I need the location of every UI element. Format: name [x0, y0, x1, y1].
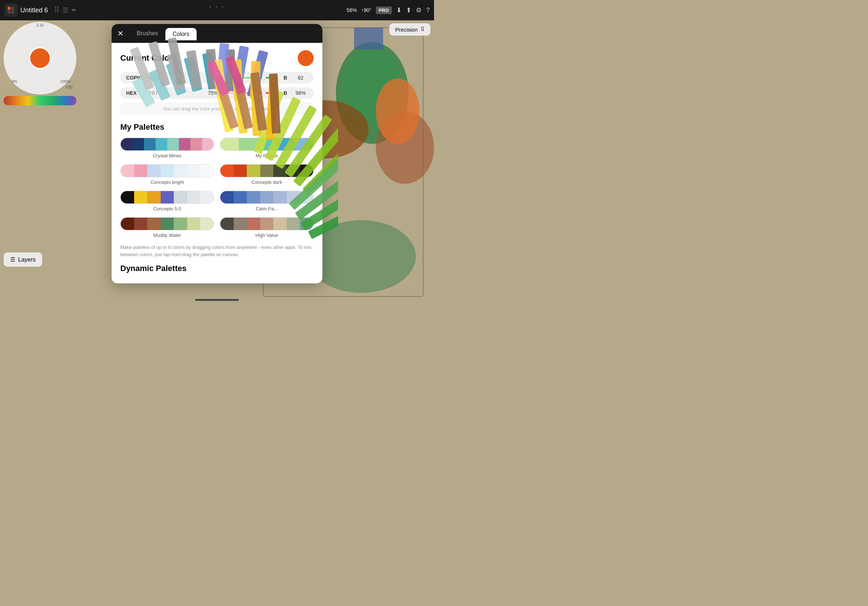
- swatch-color: [300, 191, 313, 204]
- download-icon[interactable]: ⬇: [396, 6, 401, 14]
- svg-point-8: [307, 220, 416, 293]
- palette-name: Calm Pa...: [256, 206, 278, 212]
- swatch-color: [121, 191, 134, 204]
- swatch-color: [220, 218, 234, 230]
- swatch-color: [234, 191, 247, 204]
- copic-slider-thumb: [262, 76, 266, 80]
- swatch-color: [200, 191, 214, 204]
- swatch-color: [147, 218, 161, 230]
- swatch-color: [134, 165, 147, 177]
- home-indicator: [195, 299, 239, 301]
- swatch-color: [234, 165, 247, 177]
- palette-swatch: [220, 138, 314, 151]
- copic-input-row[interactable]: COPIC N/A 115 B 62: [120, 72, 314, 83]
- swatch-color: [179, 138, 191, 150]
- svg-rect-9: [8, 7, 11, 10]
- svg-rect-12: [11, 11, 14, 14]
- palette-item[interactable]: Concepts bright: [120, 164, 214, 185]
- swatch-color: [134, 218, 147, 230]
- swatch-color: [276, 138, 295, 150]
- swatch-color: [167, 138, 179, 150]
- swatch-color: [220, 165, 234, 177]
- layers-icon: ☰: [10, 256, 15, 263]
- palette-item[interactable]: Concepts dark: [220, 164, 314, 185]
- hex-slider-red[interactable]: [225, 92, 277, 94]
- palette-swatch: [120, 164, 214, 177]
- hex-letter: B: [282, 90, 289, 96]
- palette-name: High Value: [256, 232, 278, 238]
- palette-name: Concepts 5.0: [153, 206, 181, 212]
- left-toolbar: 2.16 0% 100% 6'85: [4, 22, 76, 94]
- share-icon[interactable]: ⬆: [406, 6, 411, 14]
- swatch-color: [287, 165, 300, 177]
- swatch-color: [247, 191, 260, 204]
- swatch-color: [147, 165, 161, 177]
- settings-icon[interactable]: ⚙: [416, 6, 422, 14]
- palette-swatch: [220, 217, 314, 230]
- swatch-color: [121, 165, 134, 177]
- layers-button[interactable]: ☰ Layers: [4, 252, 42, 267]
- palette-name: Concepts dark: [251, 179, 282, 185]
- swatch-color: [121, 138, 132, 150]
- swatch-color: [121, 218, 134, 230]
- hex-pct1: 75%: [206, 90, 220, 96]
- top-bar-left: Untitled 6 ⠿ ☰ ✒: [5, 4, 77, 17]
- swatch-color: [187, 165, 201, 177]
- menu-icon[interactable]: ☰: [62, 6, 68, 14]
- swatch-color: [200, 165, 214, 177]
- swatch-color: [156, 138, 167, 150]
- palette-name: My Palette: [256, 153, 278, 158]
- swatch-color: [220, 191, 234, 204]
- radial-menu[interactable]: 2.16 0% 100% 6'85: [4, 22, 76, 94]
- swatch-color: [174, 191, 187, 204]
- swatch-color: [247, 165, 260, 177]
- swatch-color: [174, 165, 187, 177]
- color-palette-strip[interactable]: [4, 96, 76, 105]
- help-icon[interactable]: ?: [426, 6, 429, 14]
- palette-item[interactable]: Muddy Water: [120, 217, 214, 238]
- swatch-color: [287, 218, 300, 230]
- precision-grid-icon: ⠿: [420, 26, 425, 33]
- palette-hint: Make palettes of up to 8 colors by dragg…: [120, 244, 314, 258]
- palette-item[interactable]: Concepts 5.0: [120, 191, 214, 212]
- precision-button[interactable]: Precision ⠿: [389, 23, 430, 36]
- copic-slider-green[interactable]: [225, 77, 277, 79]
- palettes-grid: Crystal MinesMy PaletteConcepts brightCo…: [120, 138, 314, 238]
- colors-modal[interactable]: ✕ Brushes Colors Current Color COPIC N/A…: [112, 24, 322, 283]
- swatch-color: [273, 218, 287, 230]
- swatch-color: [234, 218, 247, 230]
- close-button[interactable]: ✕: [118, 29, 124, 38]
- svg-rect-7: [354, 28, 383, 49]
- palette-item[interactable]: Calm Pa...: [220, 191, 314, 212]
- current-color-preview[interactable]: [298, 50, 314, 66]
- layers-label: Layers: [18, 257, 36, 263]
- hex-input-row[interactable]: HEX FB7... 75% B 98%: [120, 87, 314, 99]
- tab-brushes[interactable]: Brushes: [129, 27, 165, 40]
- swatch-color: [132, 138, 144, 150]
- palette-item[interactable]: Crystal Mines: [120, 138, 214, 158]
- palette-item[interactable]: My Palette: [220, 138, 314, 158]
- palette-name: Concepts bright: [150, 179, 184, 185]
- swatch-color: [144, 138, 156, 150]
- swatch-color: [220, 138, 239, 150]
- swatch-color: [257, 138, 276, 150]
- grid-icon[interactable]: ⠿: [54, 5, 60, 15]
- app-icon[interactable]: [5, 4, 17, 17]
- zoom-level: 56%: [347, 7, 357, 13]
- copic-letter: B: [282, 75, 289, 80]
- palette-swatch: [220, 191, 314, 204]
- swatch-color: [200, 218, 214, 230]
- swatch-color: [239, 138, 257, 150]
- swatch-color: [134, 191, 147, 204]
- radial-size: 100%: [60, 79, 71, 83]
- modal-header: ✕ Brushes Colors: [112, 24, 322, 43]
- brush-icon[interactable]: ✒: [71, 6, 77, 14]
- swatch-color: [187, 218, 201, 230]
- palette-item[interactable]: High Value: [220, 217, 314, 238]
- tab-colors[interactable]: Colors: [165, 28, 197, 40]
- three-dots: · · ·: [209, 2, 225, 11]
- top-bar-right: 56% ↑90° PRO ⬇ ⬆ ⚙ ?: [347, 6, 429, 14]
- my-palettes-title: My Palettes: [120, 122, 314, 132]
- swatch-color: [273, 191, 287, 204]
- swatch-color: [260, 218, 274, 230]
